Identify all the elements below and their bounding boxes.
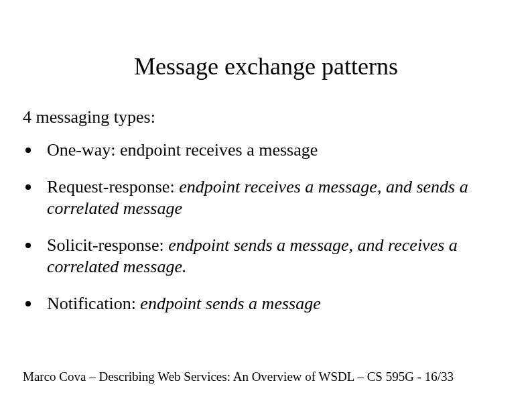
bullet-lead: Solicit-response: — [47, 235, 168, 255]
bullet-rest: endpoint sends a message — [140, 294, 320, 313]
bullet-lead: Request-response: — [47, 177, 179, 196]
bullet-list: One-way: endpoint receives a message Req… — [0, 139, 532, 315]
list-item: One-way: endpoint receives a message — [23, 139, 498, 162]
slide-subtitle: 4 messaging types: — [0, 107, 532, 139]
slide-footer: Marco Cova – Describing Web Services: An… — [23, 369, 454, 384]
bullet-icon — [25, 301, 31, 306]
bullet-lead: Notification: — [47, 294, 140, 313]
slide-title: Message exchange patterns — [0, 0, 532, 107]
list-item: Solicit-response: endpoint sends a messa… — [23, 235, 498, 278]
bullet-icon — [25, 243, 31, 248]
bullet-icon — [25, 148, 31, 153]
slide: Message exchange patterns 4 messaging ty… — [0, 0, 532, 399]
bullet-rest: endpoint receives a message — [120, 140, 318, 160]
bullet-lead: One-way: — [47, 140, 120, 160]
list-item: Request-response: endpoint receives a me… — [23, 176, 498, 220]
bullet-icon — [25, 184, 31, 190]
list-item: Notification: endpoint sends a message — [23, 293, 498, 315]
